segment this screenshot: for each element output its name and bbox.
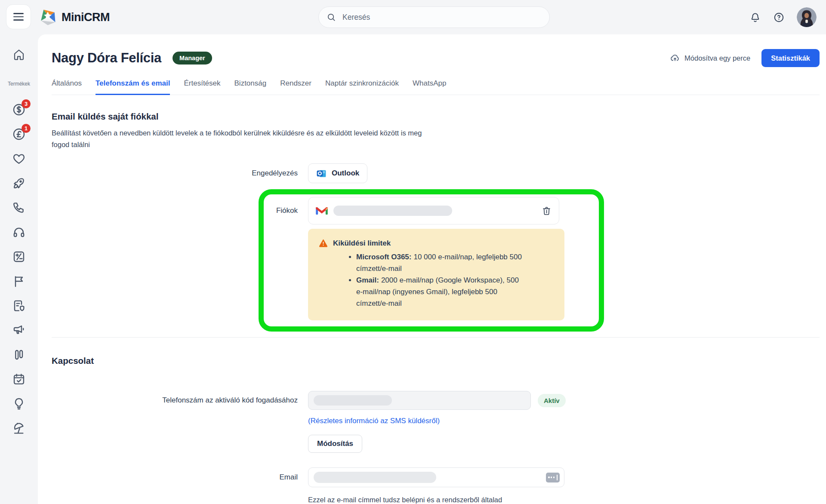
sms-link-row: (Részletes információ az SMS küldésről)	[52, 417, 820, 425]
delete-account-button[interactable]	[541, 206, 552, 216]
megaphone-icon	[12, 323, 26, 337]
redacted-email-value	[314, 472, 436, 483]
topbar: MiniCRM	[0, 0, 826, 34]
flag-icon	[12, 274, 26, 288]
topbar-actions	[749, 0, 817, 34]
header-actions: Módosítva egy perce Statisztikák	[670, 49, 820, 67]
sidebar-item-ideas[interactable]	[12, 396, 26, 411]
document-shield-icon	[12, 299, 26, 313]
search-input[interactable]	[342, 12, 542, 22]
sidebar-item-calendar[interactable]	[12, 372, 26, 387]
bell-icon	[749, 12, 761, 23]
statistics-button[interactable]: Statisztikák	[761, 49, 820, 67]
lightbulb-icon	[12, 397, 26, 411]
authorize-row: Engedélyezés Outlook	[52, 163, 820, 183]
authorize-label: Engedélyezés	[52, 169, 298, 178]
tab-altalanos[interactable]: Általános	[52, 79, 82, 95]
role-badge: Manager	[173, 52, 212, 65]
kanban-icon	[12, 348, 26, 362]
phone-input[interactable]	[308, 391, 531, 410]
search-bar[interactable]	[318, 6, 550, 28]
phone-label: Telefonszám az aktiváló kód fogadásához	[52, 396, 298, 405]
home-icon	[12, 48, 25, 61]
tab-ertesitesek[interactable]: Értesítések	[184, 79, 220, 95]
sms-info-link[interactable]: (Részletes információ az SMS küldésről)	[308, 417, 440, 425]
sidebar-item-rates[interactable]	[12, 249, 26, 264]
sidebar-item-calls[interactable]	[12, 200, 26, 215]
avatar-photo	[797, 7, 817, 27]
modify-row: Módosítás	[52, 435, 820, 453]
section-description: Beállítást követően a nevedben küldött l…	[52, 127, 430, 151]
outlook-connect-button[interactable]: Outlook	[308, 163, 367, 183]
modified-status-text: Módosítva egy perce	[684, 54, 750, 62]
warning-list: Microsoft O365:10 000 e-mail/nap, legfel…	[318, 251, 556, 309]
modify-button[interactable]: Módosítás	[308, 435, 362, 453]
tab-rendszer[interactable]: Rendszer	[280, 79, 311, 95]
user-avatar[interactable]	[797, 7, 817, 27]
page-header: Nagy Dóra Felícia Manager Módosítva egy …	[52, 49, 820, 67]
email-hint-row: Ezzel az e-mail címmel tudsz belépni és …	[52, 494, 820, 504]
phone-field-wrap: Aktív	[308, 391, 820, 410]
section-divider	[52, 337, 820, 338]
search-icon	[327, 12, 336, 22]
email-hint-text: Ezzel az e-mail címmel tudsz belépni és …	[308, 494, 530, 504]
status-badge: Aktív	[538, 394, 566, 407]
help-icon	[773, 12, 785, 23]
minicrm-logo-icon	[39, 8, 57, 26]
redacted-account-email	[333, 206, 452, 216]
plus-minus-icon	[12, 250, 26, 264]
phone-row: Telefonszám az aktiváló kód fogadásához …	[52, 391, 820, 410]
sidebar-section-label: Termékek	[8, 81, 30, 87]
brand-name: MiniCRM	[62, 11, 110, 24]
warning-header: Kiküldési limitek	[318, 238, 556, 248]
section-title-email: Email küldés saját fiókkal	[52, 111, 820, 122]
calendar-check-icon	[12, 372, 26, 386]
tab-bar: Általános Telefonszám és email Értesítés…	[52, 79, 820, 95]
sidebar-item-favorites[interactable]	[12, 151, 26, 166]
help-button[interactable]	[773, 12, 785, 23]
hamburger-menu-button[interactable]	[6, 4, 31, 29]
cloud-upload-icon	[670, 53, 680, 63]
main-content: Nagy Dóra Felícia Manager Módosítva egy …	[38, 34, 826, 504]
gmail-icon	[315, 206, 328, 216]
warning-row: Kiküldési limitek Microsoft O365:10 000 …	[264, 224, 599, 320]
email-row: Email	[52, 467, 820, 487]
highlight-box: Fiókok	[259, 189, 604, 332]
input-cursor-icon[interactable]	[546, 473, 560, 482]
notifications-button[interactable]	[749, 12, 761, 23]
gmail-account-card	[308, 197, 559, 224]
outlook-button-label: Outlook	[332, 169, 359, 178]
warning-title: Kiküldési limitek	[333, 239, 391, 248]
email-input[interactable]	[308, 467, 564, 487]
warning-triangle-icon	[318, 238, 328, 248]
redacted-phone-value	[314, 395, 392, 406]
tab-whatsapp[interactable]: WhatsApp	[413, 79, 446, 95]
section-title-contact: Kapcsolat	[52, 356, 820, 366]
email-label: Email	[52, 473, 298, 482]
sidebar-item-flags[interactable]	[12, 274, 26, 289]
tab-naptar-szinkronizaciok[interactable]: Naptár szinkronizációk	[325, 79, 399, 95]
sidebar-item-vacation[interactable]	[12, 421, 26, 436]
sidebar-item-rocket[interactable]	[12, 176, 26, 191]
brand[interactable]: MiniCRM	[39, 0, 110, 34]
phone-icon	[12, 201, 26, 215]
sidebar-item-pound[interactable]: 1	[12, 127, 26, 141]
rocket-icon	[12, 176, 26, 190]
accounts-row: Fiókok	[264, 197, 599, 224]
sidebar-item-support[interactable]	[12, 225, 26, 240]
sidebar: Termékek 3 1	[0, 34, 38, 504]
warning-item: Gmail:2000 e-mail/nap (Google Workspace)…	[356, 274, 525, 309]
sidebar-item-home[interactable]	[12, 47, 26, 62]
sidebar-item-documents[interactable]	[12, 298, 26, 313]
trash-icon	[541, 206, 552, 216]
sidebar-item-campaigns[interactable]	[12, 323, 26, 338]
notification-badge: 3	[22, 99, 31, 108]
sidebar-item-dollar[interactable]: 3	[12, 102, 26, 117]
tab-biztonsag[interactable]: Biztonság	[234, 79, 267, 95]
sidebar-item-pipeline[interactable]	[12, 347, 26, 362]
page-title: Nagy Dóra Felícia	[52, 50, 161, 66]
accounts-label: Fiókok	[264, 206, 298, 215]
tab-telefonszam-es-email[interactable]: Telefonszám és email	[96, 79, 170, 95]
outlook-icon	[316, 168, 327, 179]
heart-icon	[12, 152, 26, 166]
